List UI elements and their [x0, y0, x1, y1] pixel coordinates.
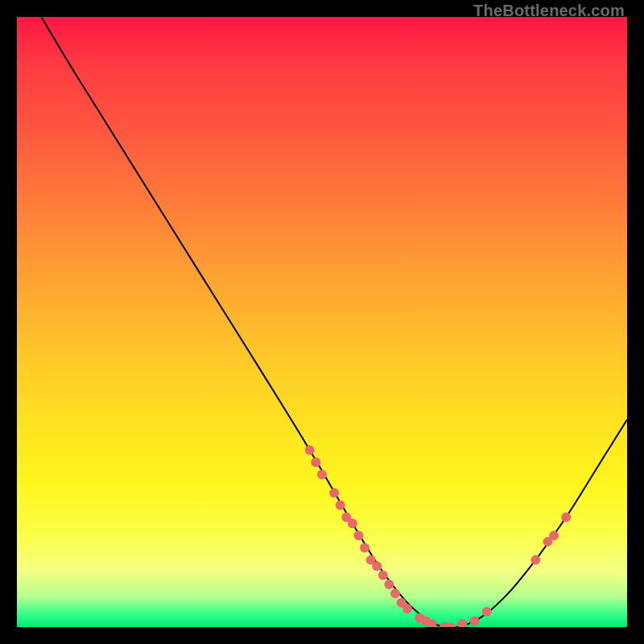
data-point: [390, 588, 400, 598]
data-point: [421, 616, 431, 625]
data-point: [305, 445, 315, 455]
data-point: [470, 616, 480, 625]
data-point: [341, 513, 351, 522]
plot-area: [17, 17, 627, 627]
data-point: [336, 500, 345, 510]
points-layer: [305, 445, 571, 627]
data-point: [415, 613, 424, 623]
data-point: [561, 513, 571, 522]
chart-frame: TheBottleneck.com: [0, 0, 644, 644]
data-point: [378, 571, 388, 580]
data-point: [427, 619, 436, 627]
data-point: [549, 530, 559, 540]
data-point: [353, 530, 363, 540]
data-point: [329, 488, 339, 497]
data-point: [445, 622, 455, 627]
curve-layer: [41, 17, 627, 627]
data-point: [482, 607, 492, 617]
data-point: [360, 543, 369, 552]
data-point: [543, 537, 552, 547]
watermark-text: TheBottleneck.com: [473, 2, 625, 20]
data-point: [311, 457, 320, 467]
bottleneck-curve: [41, 17, 627, 627]
data-point: [530, 555, 540, 565]
data-point: [440, 622, 449, 627]
chart-svg: [17, 17, 627, 627]
data-point: [397, 598, 407, 608]
data-point: [348, 518, 357, 528]
data-point: [372, 561, 382, 571]
data-point: [384, 580, 394, 589]
data-point: [366, 555, 376, 565]
data-point: [457, 619, 467, 627]
data-point: [317, 470, 327, 480]
data-point: [402, 604, 412, 613]
